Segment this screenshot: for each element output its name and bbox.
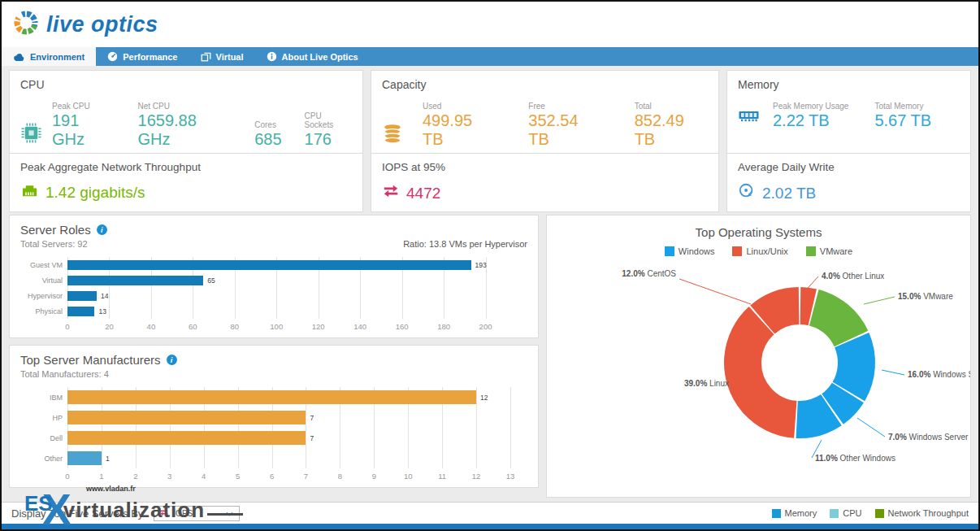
x-axis-tick: 5 xyxy=(236,472,240,481)
average-daily-write-card: Average Daily Write 2.02 TB xyxy=(726,153,971,212)
x-axis-tick: 0 xyxy=(65,472,69,481)
donut-slice-label: 11.0% Other Windows xyxy=(815,454,895,463)
main-nav: Environment Performance Virtual About Li… xyxy=(2,47,978,66)
metric-value: 1659.88 GHz xyxy=(138,111,232,149)
legend-swatch xyxy=(806,246,816,256)
bar-value-label: 12 xyxy=(480,394,488,402)
tab-environment[interactable]: Environment xyxy=(2,47,96,66)
bar-category-label: HP xyxy=(20,414,63,422)
virtual-windows-icon xyxy=(201,51,211,62)
total-metric: Total 852.49 TB xyxy=(635,102,708,149)
bar xyxy=(67,260,471,270)
network-value: 1.42 gigabits/s xyxy=(46,184,145,202)
metric-label: CPU Sockets xyxy=(305,111,352,129)
x-axis-tick: 3 xyxy=(167,472,171,481)
capacity-card-title: Capacity xyxy=(382,78,708,91)
metric-value: 2.22 TB xyxy=(773,111,848,130)
x-axis-tick: 60 xyxy=(189,322,197,331)
bar xyxy=(67,451,102,465)
tab-virtual[interactable]: Virtual xyxy=(189,47,255,66)
ram-icon xyxy=(738,106,760,130)
tab-about-live-optics[interactable]: About Live Optics xyxy=(255,47,370,66)
chip-icon xyxy=(20,122,42,149)
legend-swatch xyxy=(732,246,742,256)
daily-write-card-title: Average Daily Write xyxy=(738,161,960,173)
os-chart-title: Top Operating Systems xyxy=(547,225,970,239)
x-axis-tick: 11 xyxy=(438,472,446,481)
live-optics-logo: live optics xyxy=(11,8,158,41)
os-donut-chart: 4.0% Other Linux15.0% VMware16.0% Window… xyxy=(547,258,971,485)
info-icon xyxy=(267,51,277,62)
iops-card-title: IOPS at 95% xyxy=(382,161,708,173)
x-axis-tick: 20 xyxy=(105,322,114,331)
bar-category-label: Other xyxy=(20,455,63,463)
os-chart-legend: WindowsLinux/UnixVMware xyxy=(547,246,970,256)
bar-value-label: 14 xyxy=(101,292,108,300)
legend-swatch xyxy=(830,509,839,518)
legend-item: Linux/Unix xyxy=(732,246,787,256)
exchange-arrows-icon xyxy=(382,182,400,204)
donut-leader-line xyxy=(679,279,751,304)
donut-slice-label: 4.0% Other Linux xyxy=(822,272,884,281)
info-icon[interactable]: i xyxy=(167,355,177,365)
legend-item: Windows xyxy=(665,246,715,256)
cores-metric: Cores 685 xyxy=(254,120,281,149)
bar-category-label: IBM xyxy=(20,394,63,402)
bar-row: Other1 xyxy=(67,448,527,468)
x-axis: 020406080100120140160180200 xyxy=(67,319,527,332)
x-axis-tick: 6 xyxy=(270,472,274,481)
bar xyxy=(67,431,306,445)
logo-text: live optics xyxy=(46,12,158,37)
metric-value: 176 xyxy=(305,130,352,149)
x-axis-tick: 200 xyxy=(479,322,492,331)
legend-label: Windows xyxy=(679,246,715,256)
disc-write-icon xyxy=(738,182,756,204)
total-memory-metric: Total Memory 5.67 TB xyxy=(874,102,931,130)
donut-slice-label: 16.0% Windows Server 2 xyxy=(908,370,971,379)
net-cpu-metric: Net CPU 1659.88 GHz xyxy=(138,102,232,149)
metric-value: 352.54 TB xyxy=(528,111,601,149)
bar-row: Virtual65 xyxy=(67,272,527,288)
cpu-card-title: CPU xyxy=(20,78,352,91)
ethernet-icon xyxy=(20,182,39,202)
donut-leader-line xyxy=(882,370,904,375)
iops-value: 4472 xyxy=(406,185,440,202)
bar xyxy=(67,276,203,285)
tab-performance[interactable]: Performance xyxy=(96,47,189,66)
bar xyxy=(67,291,97,301)
x-axis-tick: 4 xyxy=(202,472,206,481)
x-axis-tick: 9 xyxy=(372,472,376,481)
bar-row: Dell7 xyxy=(67,428,527,448)
x-axis-tick: 100 xyxy=(270,322,283,331)
gauge-icon xyxy=(107,51,118,62)
left-chart-column: Server Roles i Total Servers: 92 Ratio: … xyxy=(9,215,539,488)
manufacturers-title: Top Server Manufacturers xyxy=(20,353,161,367)
watermark-es: ES xyxy=(24,491,53,516)
top-operating-systems-card: Top Operating Systems WindowsLinux/UnixV… xyxy=(546,215,971,498)
live-optics-ring-icon xyxy=(11,8,41,41)
legend-label: Network Throughput xyxy=(888,508,969,518)
cpu-card: CPU Peak CPU xyxy=(9,70,363,157)
iops-card: IOPS at 95% 4472 xyxy=(371,153,719,212)
x-axis-tick: 10 xyxy=(404,472,413,481)
x-axis-tick: 7 xyxy=(304,472,308,481)
memory-card-title: Memory xyxy=(738,78,960,91)
tab-label: Environment xyxy=(30,52,85,62)
x-axis-tick: 180 xyxy=(437,322,450,331)
info-icon[interactable]: i xyxy=(97,224,107,235)
bar-chart-rows: IBM12HP7Dell7Other1 xyxy=(67,387,527,468)
legend-swatch xyxy=(772,509,781,518)
legend-label: VMware xyxy=(820,246,852,256)
bar-row: IBM12 xyxy=(67,387,527,407)
x-axis-tick: 12 xyxy=(472,472,481,481)
total-manufacturers-label: Total Manufacturers: 4 xyxy=(20,369,109,379)
legend-swatch xyxy=(665,246,674,256)
bar-value-label: 13 xyxy=(98,307,106,316)
metric-label: Total Memory xyxy=(874,102,931,111)
x-axis-tick: 1 xyxy=(99,472,103,481)
esx-virtualization-watermark: www.vladan.fr ES X virtualization xyxy=(24,483,243,526)
server-roles-title: Server Roles xyxy=(20,223,91,237)
server-roles-bar-chart: Guest VM193Virtual65Hypervisor14Physical… xyxy=(20,257,527,332)
bar-row: HP7 xyxy=(67,407,527,428)
total-servers-label: Total Servers: 92 xyxy=(20,239,88,249)
